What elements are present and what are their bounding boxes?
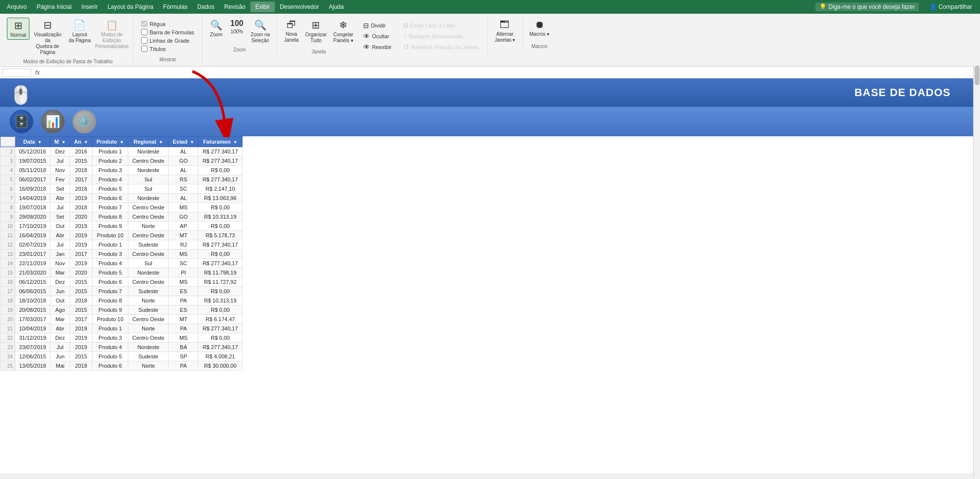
cell-data[interactable]: 13/05/2018 (15, 361, 50, 371)
table-row[interactable]: 1116/04/2019Abr2019Produto 10Centro Oest… (0, 231, 243, 240)
table-row[interactable]: 1521/03/2020Mar2020Produto 5NordestePIR$… (0, 268, 243, 277)
table-row[interactable]: 2513/05/2018Mai2018Produto 6NortePAR$ 30… (0, 361, 243, 371)
filter-faturamento[interactable]: ▼ (233, 140, 238, 145)
cell-data[interactable]: 16/04/2019 (15, 231, 50, 240)
cell-data[interactable]: 22/11/2019 (15, 259, 50, 268)
ribbon-btn-hide[interactable]: 👁 Ocultar (360, 31, 394, 41)
cell-produto[interactable]: Produto 3 (92, 250, 128, 259)
table-row[interactable]: 2017/03/2017Mar2017Produto 10Centro Oest… (0, 315, 243, 324)
cell-ano[interactable]: 2019 (70, 343, 93, 352)
cell-regional[interactable]: Sul (128, 175, 169, 184)
cell-produto[interactable]: Produto 6 (92, 194, 128, 203)
database-icon-btn[interactable]: 🗄️ (10, 110, 33, 133)
ribbon-btn-unhide[interactable]: 👁 Reexibir (360, 42, 394, 52)
cell-regional[interactable]: Sul (128, 184, 169, 194)
cell-regional[interactable]: Centro Oeste (128, 315, 169, 324)
cell-estado[interactable]: AP (169, 222, 198, 231)
table-row[interactable]: 616/09/2018Set2018Produto 5SulSCR$ 2.147… (0, 184, 243, 194)
cell-mes[interactable]: Abr (50, 231, 70, 240)
cell-produto[interactable]: Produto 9 (92, 222, 128, 231)
ribbon-btn-layout[interactable]: 📄 Layoutda Página (66, 18, 94, 45)
cell-faturamento[interactable]: R$ 11.727,92 (198, 277, 242, 287)
cell-faturamento[interactable]: R$ 277.340,17 (198, 343, 242, 352)
cell-produto[interactable]: Produto 4 (92, 259, 128, 268)
ribbon-btn-sync-scroll[interactable]: ↕ Rolagem Sincronizada (400, 31, 481, 41)
table-row[interactable]: 1818/10/2018Out2018Produto 8NortePAR$ 10… (0, 296, 243, 305)
share-button[interactable]: 👤 Compartilhar (924, 2, 978, 12)
cell-faturamento[interactable]: R$ 277.340,17 (198, 324, 242, 333)
cell-mes[interactable]: Jul (50, 156, 70, 166)
checkbox-ruler[interactable]: Régua (141, 21, 194, 27)
cell-regional[interactable]: Sudeste (128, 305, 169, 315)
table-row[interactable]: 2323/07/2019Jul2019Produto 4NordesteBAR$… (0, 343, 243, 352)
cell-produto[interactable]: Produto 7 (92, 287, 128, 296)
cell-ano[interactable]: 2018 (70, 296, 93, 305)
cell-ano[interactable]: 2019 (70, 231, 93, 240)
cell-estado[interactable]: MS (169, 203, 198, 212)
ribbon-btn-zoom-100[interactable]: 100 100% (227, 18, 246, 36)
table-row[interactable]: 2231/12/2019Dez2019Produto 3Centro Oeste… (0, 333, 243, 343)
cell-produto[interactable]: Produto 7 (92, 203, 128, 212)
cell-regional[interactable]: Sul (128, 259, 169, 268)
cell-mes[interactable]: Set (50, 212, 70, 222)
cell-data[interactable]: 23/01/2017 (15, 250, 50, 259)
ribbon-btn-arrange-all[interactable]: ⊞ OrganizarTudo (302, 18, 329, 45)
table-row[interactable]: 506/02/2017Fev2017Produto 4SulRSR$ 277.3… (0, 175, 243, 184)
col-header-estado[interactable]: Estad ▼ (169, 137, 198, 147)
cell-regional[interactable]: Sudeste (128, 240, 169, 250)
cell-data[interactable]: 19/07/2015 (15, 156, 50, 166)
cell-mes[interactable]: Ago (50, 305, 70, 315)
cell-produto[interactable]: Produto 2 (92, 156, 128, 166)
cell-regional[interactable]: Sudeste (128, 287, 169, 296)
cell-mes[interactable]: Dez (50, 147, 70, 156)
cell-faturamento[interactable]: R$ 13.063,96 (198, 194, 242, 203)
cell-data[interactable]: 05/12/2016 (15, 147, 50, 156)
cell-data[interactable]: 21/03/2020 (15, 268, 50, 277)
table-row[interactable]: 2110/04/2019Abr2019Produto 1NortePAR$ 27… (0, 324, 243, 333)
col-header-mes[interactable]: M ▼ (50, 137, 70, 147)
ribbon-btn-freeze-panes[interactable]: ❄ CongelarPainéis ▾ (330, 18, 356, 45)
cell-ano[interactable]: 2017 (70, 250, 93, 259)
ribbon-btn-reset-position[interactable]: ↺ Redefinir Posição da Janela (400, 42, 481, 52)
cell-regional[interactable]: Nordeste (128, 343, 169, 352)
chart-icon-btn[interactable]: 📊 (41, 110, 65, 133)
cell-mes[interactable]: Nov (50, 166, 70, 175)
cell-ano[interactable]: 2015 (70, 352, 93, 361)
table-row[interactable]: 405/11/2018Nov2018Produto 3NordesteALR$ … (0, 166, 243, 175)
cell-produto[interactable]: Produto 5 (92, 268, 128, 277)
cell-mes[interactable]: Nov (50, 259, 70, 268)
table-row[interactable]: 1202/07/2019Jul2019Produto 1SudesteRJR$ … (0, 240, 243, 250)
cell-data[interactable]: 31/12/2019 (15, 333, 50, 343)
table-row[interactable]: 1706/06/2015Jun2015Produto 7SudesteESR$ … (0, 287, 243, 296)
cell-faturamento[interactable]: R$ 5.178,73 (198, 231, 242, 240)
cell-regional[interactable]: Sudeste (128, 352, 169, 361)
cell-faturamento[interactable]: R$ 4.008,21 (198, 352, 242, 361)
cell-estado[interactable]: SC (169, 259, 198, 268)
cell-regional[interactable]: Centro Oeste (128, 203, 169, 212)
ribbon-btn-zoom-selection[interactable]: 🔍 Zoom naSeleção (247, 18, 272, 45)
cell-ano[interactable]: 2015 (70, 156, 93, 166)
cell-estado[interactable]: MT (169, 231, 198, 240)
cell-mes[interactable]: Mai (50, 361, 70, 371)
cell-mes[interactable]: Jan (50, 250, 70, 259)
settings-icon-btn[interactable]: ⚙️ (73, 110, 96, 133)
search-box[interactable]: 💡 Diga-me o que você deseja fazer (815, 2, 919, 11)
cell-regional[interactable]: Centro Oeste (128, 333, 169, 343)
cell-faturamento[interactable]: R$ 0,00 (198, 222, 242, 231)
menu-item-dados[interactable]: Dados (193, 1, 220, 12)
cell-produto[interactable]: Produto 8 (92, 296, 128, 305)
cell-faturamento[interactable]: R$ 277.340,17 (198, 259, 242, 268)
menu-item-desenvolvedor[interactable]: Desenvolvedor (275, 1, 324, 12)
cell-mes[interactable]: Mar (50, 268, 70, 277)
ribbon-btn-normal[interactable]: ⊞ Normal (7, 18, 29, 40)
col-header-regional[interactable]: Regional ▼ (128, 137, 169, 147)
cell-ano[interactable]: 2019 (70, 324, 93, 333)
cell-faturamento[interactable]: R$ 2.147,10 (198, 184, 242, 194)
cell-mes[interactable]: Jun (50, 287, 70, 296)
cell-produto[interactable]: Produto 10 (92, 231, 128, 240)
table-row[interactable]: 205/12/2016Dez2016Produto 1NordesteALR$ … (0, 147, 243, 156)
ribbon-btn-macros[interactable]: ⏺ Macros ▾ (527, 18, 553, 38)
cell-regional[interactable]: Nordeste (128, 166, 169, 175)
scrollbar-thumb[interactable] (975, 66, 980, 85)
table-row[interactable]: 929/09/2020Set2020Produto 8Centro OesteG… (0, 212, 243, 222)
